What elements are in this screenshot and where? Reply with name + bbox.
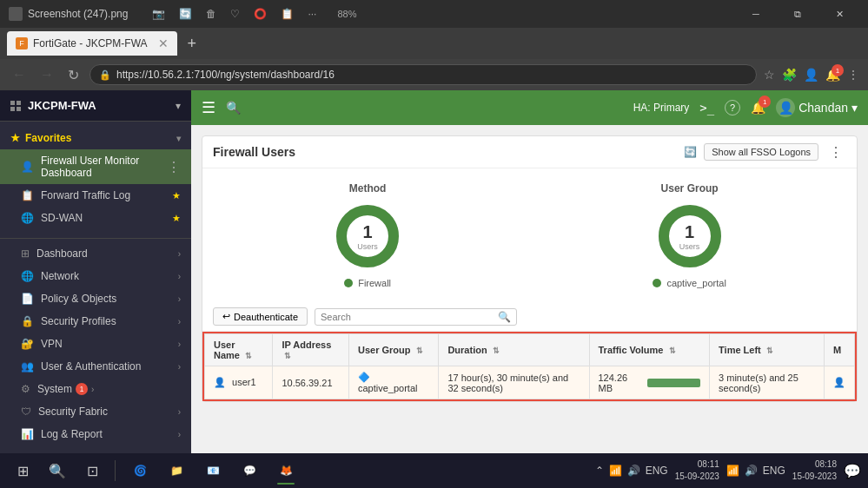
sidebar-item-policy-objects[interactable]: 📄 Policy & Objects › <box>0 287 191 310</box>
right-panel: ☰ 🔍 HA: Primary >_ ? 🔔 1 👤 Chandan ▾ <box>191 90 868 488</box>
ip-sort-icon[interactable]: ⇅ <box>284 352 291 360</box>
new-tab-button[interactable]: + <box>181 35 204 53</box>
taskbar-separator <box>115 460 116 481</box>
col-traffic[interactable]: Traffic Volume ⇅ <box>589 334 710 366</box>
sidebar-item-security-profiles[interactable]: 🔒 Security Profiles › <box>0 310 191 333</box>
titlebar-heart-icon[interactable]: ♡ <box>230 8 240 20</box>
reload-button[interactable]: ↻ <box>64 67 83 83</box>
minimize-button[interactable]: ─ <box>736 0 776 28</box>
sidebar-item-user-auth[interactable]: 👥 User & Authentication › <box>0 355 191 378</box>
col-duration[interactable]: Duration ⇅ <box>439 334 589 366</box>
start-button[interactable]: ⊞ <box>7 455 38 486</box>
sidebar-item-dots-icon[interactable]: ⋮ <box>167 159 181 175</box>
menu-icon[interactable]: 🔔1 <box>825 68 840 82</box>
taskbar-app-outlook[interactable]: 📧 <box>195 455 230 486</box>
taskbar-date-display-2: 15-09-2023 <box>792 471 837 483</box>
col-username[interactable]: User Name ⇅ <box>205 334 273 366</box>
bookmark-icon[interactable]: ☆ <box>764 68 775 82</box>
sidebar-item-log-report[interactable]: 📊 Log & Report › <box>0 423 191 445</box>
forward-button[interactable]: → <box>36 67 57 82</box>
cell-duration: 17 hour(s), 30 minute(s) and 32 second(s… <box>439 366 589 399</box>
profile-icon[interactable]: 👤 <box>804 68 818 82</box>
forward-traffic-icon: 📋 <box>21 189 34 201</box>
taskbar-system-icons-2: 📶 🔊 ENG <box>726 465 785 477</box>
sidebar-item-forward-traffic[interactable]: 📋 Forward Traffic Log ★ <box>0 184 191 207</box>
tab-close-button[interactable]: ✕ <box>158 36 169 50</box>
sidebar-item-dashboard[interactable]: ⊞ Dashboard › <box>0 242 191 265</box>
back-button[interactable]: ← <box>9 67 30 82</box>
deauthenticate-button[interactable]: ↩ Deauthenticate <box>213 307 308 326</box>
search-box[interactable]: 🔍 <box>315 308 517 326</box>
lock-icon: 🔒 <box>99 69 111 81</box>
terminal-icon[interactable]: >_ <box>699 101 714 115</box>
user-row-icon: 👤 <box>214 377 226 387</box>
sidebar-item-firewall-monitor[interactable]: 👤 Firewall User Monitor Dashboard ⋮ <box>0 149 191 184</box>
taskbar-app-explorer[interactable]: 📁 <box>159 455 194 486</box>
taskbar-app-firefox[interactable]: 🦊 <box>268 455 303 486</box>
taskbar-task-view-button[interactable]: ⊡ <box>76 455 108 486</box>
taskbar: ⊞ 🔍 ⊡ 🌀 📁 📧 💬 🦊 ⌃ 📶 🔊 ENG 08:11 15-09-20… <box>0 453 868 488</box>
duration-sort-icon[interactable]: ⇅ <box>493 346 500 355</box>
show-all-fsso-button[interactable]: Show all FSSO Logons <box>704 143 818 161</box>
sidebar-item-sdwan[interactable]: 🌐 SD-WAN ★ <box>0 207 191 229</box>
titlebar-more-icon[interactable]: ··· <box>308 8 316 20</box>
group-sort-icon[interactable]: ⇅ <box>416 346 423 355</box>
sdwan-icon: 🌐 <box>21 212 34 224</box>
extensions-icon[interactable]: 🧩 <box>782 68 797 82</box>
col-group[interactable]: User Group ⇅ <box>349 334 439 366</box>
titlebar-screenshot-icon[interactable]: 📷 <box>152 8 165 20</box>
sidebar-item-label: Forward Traffic Log <box>41 189 130 201</box>
row-action-icon[interactable]: 👤 <box>833 377 845 387</box>
hamburger-icon[interactable]: ☰ <box>202 98 215 117</box>
address-input[interactable]: 🔒 https://10.56.2.1:7100/ng/system/dashb… <box>89 64 757 85</box>
sidebar-favorites-section: ★ Favorites ▾ 👤 Firewall User Monitor Da… <box>0 122 191 234</box>
titlebar-share-icon[interactable]: ⭕ <box>254 8 267 20</box>
sidebar-item-vpn[interactable]: 🔐 VPN › <box>0 333 191 355</box>
taskbar-up-arrow-icon[interactable]: ⌃ <box>595 465 604 477</box>
taskbar-datetime: 08:11 15-09-2023 <box>675 458 719 483</box>
topbar-search-icon[interactable]: 🔍 <box>226 101 241 115</box>
taskbar-notification-icon[interactable]: 💬 <box>844 463 861 479</box>
vpn-arrow-icon: › <box>178 340 181 349</box>
close-button[interactable]: ✕ <box>819 0 859 28</box>
sidebar-item-system[interactable]: ⚙ System 1 › <box>0 378 191 400</box>
panel-dots-icon[interactable]: ⋮ <box>825 144 846 161</box>
titlebar-copy-icon[interactable]: 📋 <box>281 8 294 20</box>
usergroup-legend-label: captive_portal <box>666 278 726 288</box>
taskbar-apps: 🌀 📁 📧 💬 🦊 <box>123 455 592 486</box>
deauth-label: Deauthenticate <box>234 312 298 322</box>
sidebar-favorites-header[interactable]: ★ Favorites ▾ <box>0 127 191 149</box>
search-input[interactable] <box>321 312 494 322</box>
taskbar-volume-icon-2[interactable]: 🔊 <box>745 465 758 477</box>
topbar-user[interactable]: 👤 Chandan ▾ <box>776 98 858 117</box>
browser-tab-fortigate[interactable]: F FortiGate - JKCPM-FWA ✕ <box>7 31 177 56</box>
taskbar-volume-icon[interactable]: 🔊 <box>627 465 640 477</box>
method-donut-center: 1 Users <box>357 222 378 251</box>
url-display: https://10.56.2.1:7100/ng/system/dashboa… <box>116 69 335 81</box>
sidebar-collapse-icon[interactable]: ▾ <box>176 100 181 112</box>
table-row[interactable]: 👤 user1 10.56.39.21 🔷 captive_portal 17 … <box>205 366 855 399</box>
panel-refresh-icon[interactable]: 🔄 <box>684 146 697 158</box>
username-sort-icon[interactable]: ⇅ <box>245 352 252 360</box>
col-timeleft[interactable]: Time Left ⇅ <box>710 334 825 366</box>
bell-icon[interactable]: 🔔 1 <box>751 101 765 115</box>
sidebar-hostname: JKCPM-FWA <box>28 99 96 112</box>
titlebar-delete-icon[interactable]: 🗑 <box>206 8 216 20</box>
sidebar-item-security-fabric[interactable]: 🛡 Security Fabric › <box>0 400 191 423</box>
taskbar-right: ⌃ 📶 🔊 ENG 08:11 15-09-2023 📶 🔊 ENG 08:18… <box>595 458 861 483</box>
taskbar-search-button[interactable]: 🔍 <box>42 455 73 486</box>
help-icon[interactable]: ? <box>725 100 740 115</box>
traffic-sort-icon[interactable]: ⇅ <box>669 346 676 355</box>
sidebar-item-network[interactable]: 🌐 Network › <box>0 265 191 287</box>
taskbar-app-edge[interactable]: 🌀 <box>123 455 157 486</box>
content-inner: Firewall Users 🔄 Show all FSSO Logons ⋮ … <box>191 125 868 456</box>
col-ip[interactable]: IP Address ⇅ <box>273 334 349 366</box>
sidebar-item-label: System <box>37 383 72 395</box>
titlebar-refresh-icon[interactable]: 🔄 <box>179 8 192 20</box>
panel-actions: 🔄 Show all FSSO Logons ⋮ <box>684 143 846 161</box>
taskbar-app-teams[interactable]: 💬 <box>232 455 267 486</box>
browser-menu-icon[interactable]: ⋮ <box>847 68 859 82</box>
timeleft-sort-icon[interactable]: ⇅ <box>766 346 773 355</box>
favorites-chevron-icon[interactable]: ▾ <box>176 134 181 143</box>
restore-button[interactable]: ⧉ <box>778 0 818 28</box>
